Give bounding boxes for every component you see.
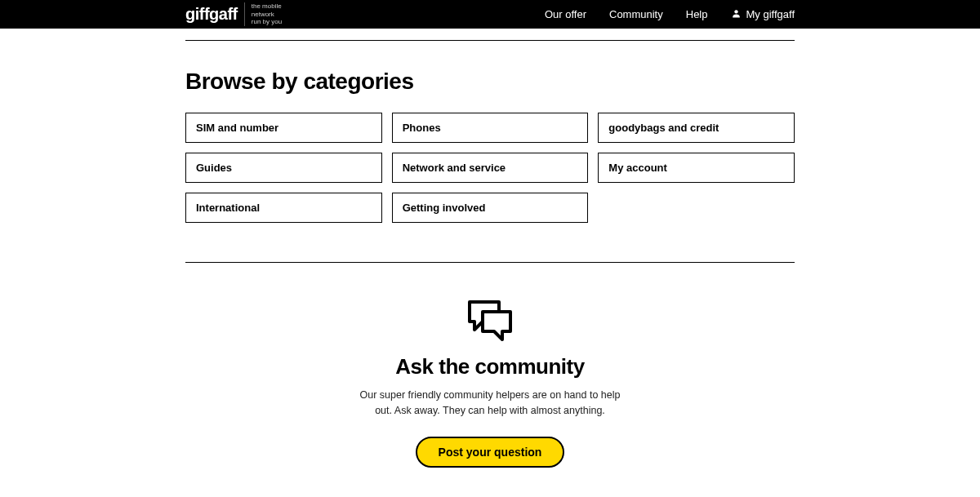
categories-heading: Browse by categories [185,69,795,95]
nav-account-label: My giffgaff [746,8,795,20]
community-description: Our super friendly community helpers are… [359,388,621,419]
logo-text: giffgaff [185,5,238,24]
category-goodybags-and-credit[interactable]: goodybags and credit [598,113,795,143]
community-heading: Ask the community [185,354,795,379]
category-network-and-service[interactable]: Network and service [392,153,589,183]
nav-my-account[interactable]: My giffgaff [731,8,795,21]
nav-our-offer[interactable]: Our offer [545,8,586,20]
tagline-line: the mobile [252,2,282,11]
category-guides[interactable]: Guides [185,153,382,183]
nav-help[interactable]: Help [686,8,708,20]
main-content: Browse by categories SIM and number Phon… [185,40,795,492]
chat-bubbles-icon [185,297,795,348]
ask-community-section: Ask the community Our super friendly com… [185,263,795,492]
top-nav-bar: giffgaff the mobile network run by you O… [0,0,980,29]
category-sim-and-number[interactable]: SIM and number [185,113,382,143]
category-international[interactable]: International [185,193,382,223]
primary-nav: Our offer Community Help My giffgaff [545,8,795,21]
category-grid: SIM and number Phones goodybags and cred… [185,113,795,223]
category-getting-involved[interactable]: Getting involved [392,193,589,223]
svg-point-0 [734,10,737,13]
divider-top [185,40,795,41]
tagline: the mobile network run by you [244,2,282,26]
nav-community[interactable]: Community [609,8,663,20]
category-my-account[interactable]: My account [598,153,795,183]
tagline-line: run by you [252,18,282,26]
brand-block[interactable]: giffgaff the mobile network run by you [185,2,282,26]
post-question-button[interactable]: Post your question [416,437,565,468]
tagline-line: network [252,11,282,19]
category-phones[interactable]: Phones [392,113,589,143]
user-icon [731,8,742,21]
